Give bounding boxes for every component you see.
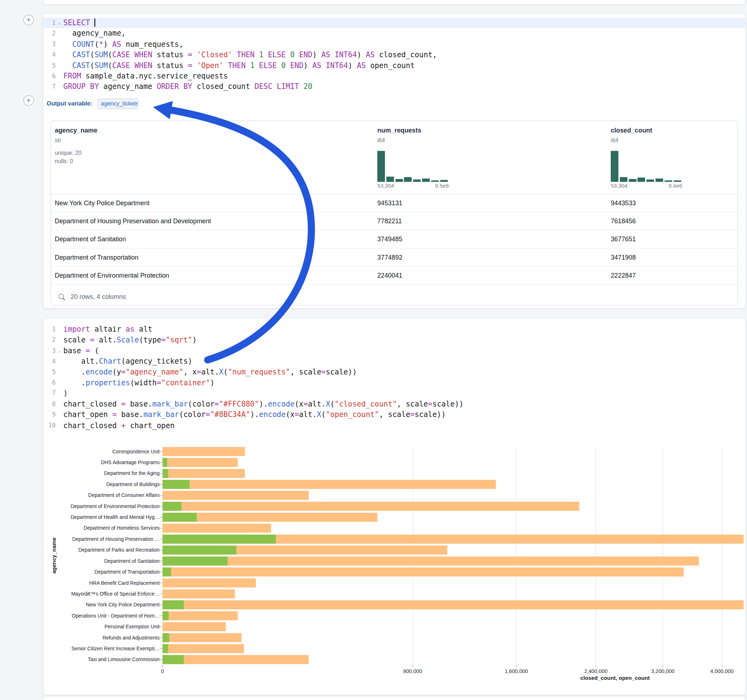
hist-max-label: 9.5e6 bbox=[435, 183, 449, 189]
code-line[interactable]: 2scale = alt.Scale(type="sqrt") bbox=[43, 335, 745, 345]
column-header[interactable]: closed_count bbox=[611, 127, 652, 134]
code-text: alt.Chart(agency_tickets) bbox=[64, 356, 745, 367]
y-tick bbox=[160, 528, 163, 528]
code-line[interactable]: 10chart_closed + chart_open bbox=[43, 420, 745, 431]
y-tick-label: HRA Benefit Card Replacement bbox=[89, 578, 160, 588]
next-cell-edge bbox=[43, 696, 746, 700]
code-line[interactable]: 3⌄base = ( bbox=[43, 345, 745, 356]
column-header[interactable]: num_requests bbox=[377, 127, 421, 134]
search-icon[interactable] bbox=[59, 293, 65, 300]
bar-open bbox=[163, 556, 228, 565]
line-number: 3 bbox=[43, 345, 56, 356]
table-body: New York City Police Department945313194… bbox=[51, 194, 737, 284]
bar-closed bbox=[163, 567, 684, 576]
y-tick-label: New York City Police Department bbox=[86, 599, 159, 610]
chevron-slot bbox=[56, 420, 64, 431]
bar-closed bbox=[163, 458, 237, 467]
code-line[interactable]: 7GROUP BY agency_name ORDER BY closed_co… bbox=[43, 82, 745, 92]
bar-closed bbox=[163, 556, 699, 565]
y-tick bbox=[160, 495, 163, 495]
code-text: import altair as alt bbox=[64, 324, 745, 335]
python-code-editor[interactable]: 1import altair as alt2scale = alt.Scale(… bbox=[43, 324, 745, 431]
code-text: chart_closed = base.mark_bar(color="#FFC… bbox=[64, 399, 745, 410]
output-variable-chip[interactable]: agency_tickets bbox=[97, 99, 138, 109]
code-text: .properties(width="container") bbox=[64, 377, 745, 388]
code-line[interactable]: 8chart_closed = base.mark_bar(color="#FF… bbox=[43, 399, 745, 410]
histogram-bar bbox=[620, 177, 628, 182]
x-axis-title: closed_count, open_count bbox=[580, 675, 650, 681]
line-number: 8 bbox=[43, 399, 56, 410]
gridline bbox=[413, 446, 413, 665]
y-tick bbox=[160, 517, 163, 517]
bar-closed bbox=[163, 491, 309, 500]
collapse-chevron-icon[interactable]: ⌄ bbox=[56, 18, 64, 29]
row-count-label: 20 rows, 4 columns bbox=[71, 293, 126, 300]
code-text: .encode(y="agency_name", x=alt.X("num_re… bbox=[64, 367, 745, 378]
code-line[interactable]: 6FROM sample_data.nyc.service_requests bbox=[43, 71, 745, 82]
code-text: GROUP BY agency_name ORDER BY closed_cou… bbox=[64, 82, 745, 92]
chevron-slot bbox=[56, 29, 64, 39]
y-tick-label: Senior Citizen Rent Increase Exempti… bbox=[71, 643, 160, 654]
column-type: i64 bbox=[611, 137, 618, 144]
histogram-bar bbox=[422, 179, 429, 182]
column-header[interactable]: agency_name bbox=[55, 127, 97, 134]
line-number: 5 bbox=[43, 60, 56, 71]
gridline bbox=[663, 446, 663, 665]
y-tick-label: Personal Exemption Unit bbox=[104, 621, 160, 632]
code-text: base = ( bbox=[64, 345, 745, 356]
code-text: agency_name, bbox=[64, 29, 745, 39]
add-cell-button-top[interactable]: + bbox=[23, 15, 34, 25]
bar-open bbox=[163, 655, 184, 664]
code-text: chart_open = base.mark_bar(color="#8BC34… bbox=[64, 409, 745, 420]
code-line[interactable]: 6 .properties(width="container") bbox=[43, 377, 745, 388]
previous-cell-edge bbox=[43, 0, 746, 5]
code-line[interactable]: 9chart_open = base.mark_bar(color="#8BC3… bbox=[43, 409, 745, 420]
hist-max-label: 9.4e6 bbox=[668, 183, 682, 189]
code-line[interactable]: 5 CAST(SUM(CASE WHEN status = 'Open' THE… bbox=[43, 60, 745, 71]
y-tick-label: Department of Housing Preservation … bbox=[73, 534, 160, 545]
y-tick bbox=[160, 462, 163, 463]
notebook-page: + + 1⌄SELECT 2 agency_name,3 COUNT(*) AS… bbox=[0, 0, 747, 700]
hist-min-label: 53,304 bbox=[611, 183, 628, 189]
chart-plot-area bbox=[163, 446, 744, 665]
line-number: 4 bbox=[43, 50, 56, 60]
y-tick-label: DHS Advantage Programs bbox=[101, 457, 160, 468]
y-tick-label: Department of Environmental Protection bbox=[71, 501, 160, 512]
y-tick bbox=[160, 659, 163, 660]
y-tick bbox=[160, 451, 163, 451]
line-number: 6 bbox=[43, 71, 56, 82]
code-line[interactable]: 7) bbox=[43, 388, 745, 399]
x-tick-label: 0 bbox=[161, 668, 164, 674]
hist-min-label: 53,304 bbox=[377, 183, 394, 189]
chevron-slot bbox=[56, 50, 64, 60]
code-text: ) bbox=[64, 388, 745, 399]
bar-closed bbox=[163, 469, 245, 478]
histogram-labels: 53,304 9.5e6 bbox=[377, 183, 449, 189]
collapse-chevron-icon[interactable]: ⌄ bbox=[56, 345, 64, 356]
bar-open bbox=[163, 502, 181, 511]
table-footer: 20 rows, 4 columns bbox=[51, 285, 737, 306]
line-number: 2 bbox=[43, 335, 56, 345]
code-line[interactable]: 5 .encode(y="agency_name", x=alt.X("num_… bbox=[43, 367, 745, 378]
table-row: Department of Sanitation37494853677651 bbox=[51, 231, 737, 249]
line-number: 6 bbox=[43, 377, 56, 388]
code-line[interactable]: 1⌄SELECT bbox=[43, 18, 745, 29]
x-tick bbox=[516, 665, 516, 668]
add-cell-button-middle[interactable]: + bbox=[23, 95, 34, 106]
code-line[interactable]: 1import altair as alt bbox=[43, 324, 745, 335]
code-line[interactable]: 3 COUNT(*) AS num_requests, bbox=[43, 39, 745, 50]
gridline bbox=[516, 446, 516, 665]
line-number: 4 bbox=[43, 356, 56, 367]
sql-code-editor[interactable]: 1⌄SELECT 2 agency_name,3 COUNT(*) AS num… bbox=[43, 18, 745, 92]
line-number: 3 bbox=[43, 39, 56, 50]
bar-closed bbox=[163, 655, 309, 664]
code-line[interactable]: 2 agency_name, bbox=[43, 29, 745, 39]
line-number: 1 bbox=[43, 18, 56, 29]
y-tick bbox=[160, 594, 163, 594]
x-tick-label: 2,400,000 bbox=[584, 668, 608, 674]
code-text: CAST(SUM(CASE WHEN status = 'Closed' THE… bbox=[64, 50, 745, 60]
code-line[interactable]: 4 CAST(SUM(CASE WHEN status = 'Closed' T… bbox=[43, 50, 745, 60]
code-line[interactable]: 4 alt.Chart(agency_tickets) bbox=[43, 356, 745, 367]
table-cell: Department of Housing Preservation and D… bbox=[55, 217, 377, 225]
bar-closed bbox=[163, 622, 225, 631]
